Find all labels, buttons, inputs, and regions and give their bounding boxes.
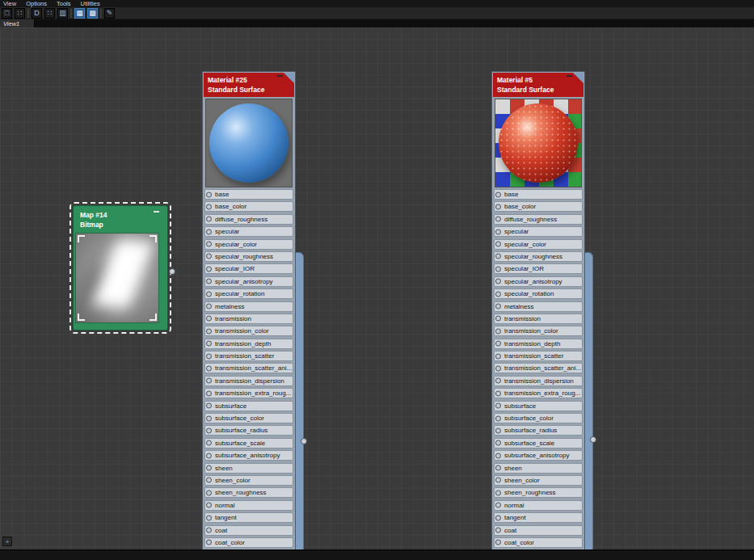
param-input-socket[interactable] [495,528,501,533]
param-input-socket[interactable] [206,427,212,433]
region-tool-icon[interactable]: ∷ [15,8,25,19]
param-input-socket[interactable] [495,266,501,272]
material-browser-panel-icon[interactable]: D [32,8,42,19]
layout-children-icon[interactable]: ▩ [87,8,98,19]
param-row[interactable]: diffuse_roughness [204,214,293,225]
param-input-socket[interactable] [206,192,212,197]
param-row[interactable]: transmission [494,314,583,324]
param-input-socket[interactable] [206,490,212,495]
param-input-socket[interactable] [495,378,501,384]
param-row[interactable]: sheen_roughness [204,487,293,498]
param-row[interactable]: transmission_scatter [204,351,293,361]
param-input-socket[interactable] [495,254,501,259]
param-input-socket[interactable] [206,390,212,396]
select-tool-icon[interactable]: □ [2,8,12,19]
navigator-panel-icon[interactable]: ▥ [57,8,68,19]
param-row[interactable]: subsurface_anisotropy [494,450,583,461]
param-input-socket[interactable] [495,490,501,495]
param-input-socket[interactable] [206,217,212,222]
param-input-socket[interactable] [495,291,501,297]
param-row[interactable]: sheen_color [204,475,293,486]
param-input-socket[interactable] [206,316,212,322]
bitmap-node[interactable]: Map #14 Bitmap [70,202,171,334]
param-input-socket[interactable] [206,291,212,297]
material1-title-bar[interactable]: Material #25 Standard Surface [204,73,294,97]
param-input-socket[interactable] [206,229,212,234]
param-input-socket[interactable] [206,478,212,483]
param-input-socket[interactable] [206,378,212,384]
param-row[interactable]: coat_color [204,537,293,548]
param-input-socket[interactable] [495,242,501,247]
param-row[interactable]: specular_rotation [204,288,293,299]
param-row[interactable]: specular_IOR [204,263,293,274]
param-input-socket[interactable] [495,465,501,471]
param-row[interactable]: transmission_extra_roug... [494,388,583,398]
utilities-icon[interactable]: ✎ [104,8,115,19]
param-row[interactable]: specular_roughness [494,251,583,262]
bitmap-preview[interactable] [75,233,159,323]
param-row[interactable]: specular_anisotropy [204,276,293,287]
param-row[interactable]: sheen [494,463,583,474]
material1-preview[interactable] [205,99,293,187]
param-row[interactable]: tangent [494,512,583,523]
bitmap-title-bar[interactable]: Map #14 Bitmap [75,208,159,233]
material2-output-socket[interactable] [590,436,596,443]
param-row[interactable]: transmission_depth [494,339,583,349]
param-row[interactable]: normal [204,500,293,511]
param-input-socket[interactable] [495,204,501,209]
param-row[interactable]: transmission_extra_roug... [204,388,293,398]
param-row[interactable]: tangent [204,512,293,523]
param-row[interactable]: sheen_roughness [494,487,583,498]
param-row[interactable]: subsurface_color [494,413,583,423]
param-row[interactable]: sheen [204,463,293,474]
menu-tools[interactable]: Tools [57,0,71,7]
param-row[interactable]: normal [494,500,583,511]
param-row[interactable]: diffuse_roughness [494,214,583,225]
param-row[interactable]: subsurface_radius [494,425,583,436]
param-row[interactable]: base [204,189,293,200]
param-input-socket[interactable] [495,427,501,433]
collapse-icon[interactable] [277,75,283,77]
menu-view[interactable]: View [3,0,16,7]
param-row[interactable]: coat [494,525,583,536]
param-row[interactable]: specular_anisotropy [494,276,583,287]
param-row[interactable]: coat [204,525,293,536]
param-input-socket[interactable] [206,353,212,359]
param-input-socket[interactable] [495,415,501,421]
param-input-socket[interactable] [206,242,212,247]
param-row[interactable]: coat_color [494,537,583,548]
param-row[interactable]: metalness [494,301,583,312]
node-graph-canvas[interactable]: Material #25 Standard Surface base base_… [0,27,754,549]
param-row[interactable]: subsurface_anisotropy [204,450,293,461]
param-row[interactable]: transmission_dispersion [494,376,583,386]
param-input-socket[interactable] [495,365,501,371]
bitmap-node-body[interactable]: Map #14 Bitmap [73,205,168,331]
param-input-socket[interactable] [495,353,501,359]
param-row[interactable]: transmission [204,314,293,324]
param-input-socket[interactable] [495,304,501,309]
param-row[interactable]: specular_rotation [494,288,583,299]
material2-title-bar[interactable]: Material #5 Standard Surface [493,73,583,97]
param-input-socket[interactable] [206,503,212,508]
param-input-socket[interactable] [206,540,212,545]
param-row[interactable]: transmission_color [204,326,293,336]
param-input-socket[interactable] [495,478,501,483]
param-input-socket[interactable] [495,403,501,409]
param-input-socket[interactable] [206,254,212,259]
param-input-socket[interactable] [495,217,501,222]
param-row[interactable]: metalness [204,301,293,312]
param-input-socket[interactable] [495,453,501,458]
param-row[interactable]: transmission_depth [204,339,293,349]
param-row[interactable]: transmission_scatter_ani... [494,363,583,373]
param-input-socket[interactable] [206,328,212,334]
param-row[interactable]: specular_color [204,239,293,250]
param-row[interactable]: subsurface_scale [204,438,293,448]
layout-all-icon[interactable]: ▦ [74,8,85,19]
param-input-socket[interactable] [206,528,212,533]
param-row[interactable]: base_color [204,201,293,212]
param-input-socket[interactable] [495,341,501,347]
param-row[interactable]: subsurface [494,401,583,411]
param-input-socket[interactable] [206,204,212,209]
param-input-socket[interactable] [206,304,212,309]
param-row[interactable]: specular_IOR [494,263,583,274]
